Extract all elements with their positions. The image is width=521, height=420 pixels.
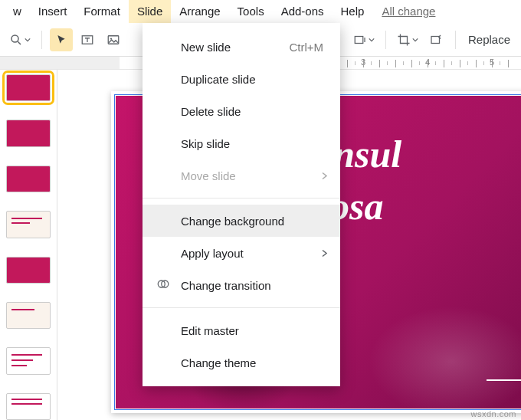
crop-tool[interactable] bbox=[394, 28, 421, 51]
menu-change-background[interactable]: Change background bbox=[143, 205, 340, 237]
menu-label: New slide bbox=[181, 41, 231, 54]
toolbar-separator bbox=[41, 31, 42, 49]
menu-item-slide[interactable]: Slide bbox=[129, 0, 171, 23]
insert-image-tool[interactable] bbox=[102, 28, 125, 51]
zoom-button[interactable] bbox=[6, 28, 34, 51]
menu-item-addons[interactable]: Add-ons bbox=[273, 0, 333, 23]
slide-decoration-line bbox=[487, 379, 521, 381]
textbox-tool[interactable] bbox=[76, 28, 99, 51]
chevron-right-icon bbox=[322, 247, 328, 260]
menu-item-tools[interactable]: Tools bbox=[229, 0, 273, 23]
menu-shortcut: Ctrl+M bbox=[289, 41, 323, 54]
slide-thumbnail-7[interactable] bbox=[6, 347, 51, 374]
reset-image-tool[interactable] bbox=[424, 28, 447, 51]
menu-separator bbox=[143, 198, 340, 199]
filmstrip bbox=[0, 70, 57, 420]
menu-item-insert[interactable]: Insert bbox=[30, 0, 76, 23]
menu-delete-slide[interactable]: Delete slide bbox=[143, 95, 340, 127]
slide-menu-dropdown: New slide Ctrl+M Duplicate slide Delete … bbox=[143, 23, 340, 386]
menu-label: Skip slide bbox=[181, 137, 230, 150]
svg-rect-5 bbox=[355, 36, 363, 43]
slide-thumbnail-6[interactable] bbox=[6, 302, 51, 329]
chevron-right-icon bbox=[322, 169, 328, 182]
zoom-icon bbox=[9, 33, 23, 47]
menu-apply-layout[interactable]: Apply layout bbox=[143, 237, 340, 269]
menu-change-transition[interactable]: Change transition bbox=[143, 269, 340, 301]
slide-thumbnail-5[interactable] bbox=[6, 257, 51, 284]
svg-rect-3 bbox=[108, 35, 119, 44]
slide-thumbnail-8[interactable] bbox=[6, 393, 51, 420]
toolbar-separator bbox=[385, 31, 386, 49]
menu-label: Edit master bbox=[181, 324, 239, 337]
image-icon bbox=[106, 33, 120, 47]
menu-label: Change background bbox=[181, 215, 284, 228]
menu-label: Change transition bbox=[181, 279, 271, 292]
watermark: wsxdn.com bbox=[470, 409, 516, 418]
menu-change-theme[interactable]: Change theme bbox=[143, 346, 340, 379]
slide-thumbnail-4[interactable] bbox=[6, 211, 51, 238]
menu-item-help[interactable]: Help bbox=[333, 0, 373, 23]
menu-item-format[interactable]: Format bbox=[75, 0, 129, 23]
cursor-icon bbox=[55, 34, 67, 46]
motion-icon bbox=[353, 33, 367, 47]
chevron-down-icon bbox=[412, 37, 418, 43]
reset-image-icon bbox=[429, 33, 443, 47]
transition-icon bbox=[156, 277, 170, 294]
transition-tool[interactable] bbox=[350, 28, 378, 51]
menu-move-slide[interactable]: Move slide bbox=[143, 159, 340, 192]
menu-item-view-partial[interactable]: w bbox=[5, 0, 30, 23]
crop-icon bbox=[397, 33, 411, 47]
slide-thumbnail-2[interactable] bbox=[6, 120, 51, 146]
menu-item-arrange[interactable]: Arrange bbox=[171, 0, 228, 23]
menu-skip-slide[interactable]: Skip slide bbox=[143, 127, 340, 159]
chevron-down-icon bbox=[25, 37, 31, 43]
replace-image-button[interactable]: Replace bbox=[464, 33, 515, 46]
svg-point-0 bbox=[11, 35, 18, 42]
menubar: w Insert Format Slide Arrange Tools Add-… bbox=[0, 0, 521, 23]
toolbar-separator bbox=[455, 31, 456, 49]
select-tool[interactable] bbox=[50, 28, 73, 51]
menu-edit-master[interactable]: Edit master bbox=[143, 314, 340, 346]
svg-rect-6 bbox=[431, 36, 440, 43]
slide-thumbnail-3[interactable] bbox=[6, 166, 51, 192]
slide-thumbnail-1[interactable] bbox=[6, 74, 51, 101]
menu-label: Change theme bbox=[181, 356, 256, 369]
menu-duplicate-slide[interactable]: Duplicate slide bbox=[143, 63, 340, 95]
menu-label: Apply layout bbox=[181, 247, 244, 260]
menu-new-slide[interactable]: New slide Ctrl+M bbox=[143, 31, 340, 63]
menu-label: Move slide bbox=[181, 169, 236, 182]
menu-label: Delete slide bbox=[181, 105, 241, 118]
autosave-status[interactable]: All change bbox=[382, 5, 435, 18]
textbox-icon bbox=[80, 33, 94, 47]
chevron-down-icon bbox=[369, 37, 375, 43]
svg-line-1 bbox=[18, 41, 21, 44]
menu-label: Duplicate slide bbox=[181, 73, 256, 86]
menu-separator bbox=[143, 307, 340, 308]
